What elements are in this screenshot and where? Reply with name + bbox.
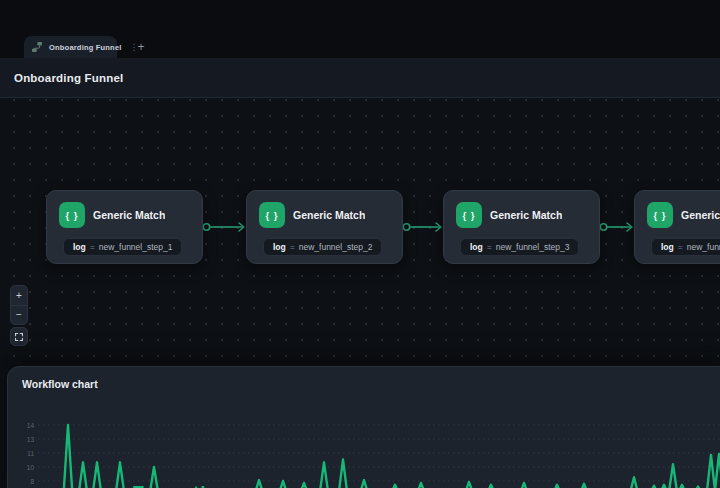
condition-value: new_funnel_step_3 (496, 242, 570, 252)
chart-clipped-label: Executions (132, 482, 243, 488)
node-title: Generic Match (293, 209, 365, 221)
condition-operator: = (678, 242, 683, 252)
svg-text:8: 8 (30, 478, 34, 485)
condition-value: new_funnel_step_1 (99, 242, 173, 252)
zoom-in-button[interactable]: + (11, 286, 27, 305)
workflow-chart: 141311108 (8, 367, 720, 488)
tab-bar: Onboarding Funnel ⋮ + (0, 0, 720, 58)
fit-view-button[interactable] (11, 328, 27, 345)
svg-text:13: 13 (27, 436, 35, 443)
zoom-out-button[interactable]: − (11, 305, 27, 324)
new-tab-button[interactable]: + (133, 39, 149, 55)
node-title: Generic Match (490, 209, 562, 221)
fit-view-control (10, 327, 28, 346)
workflow-node[interactable]: { } Generic Match log=new_funnel_step_2 (246, 190, 403, 264)
condition-field: log (470, 242, 483, 252)
fit-view-icon (14, 332, 24, 342)
zoom-controls: + − (10, 285, 28, 325)
braces-icon: { } (259, 202, 285, 228)
workflow-node[interactable]: { } Generic Match log=new_funnel_step_1 (46, 190, 203, 264)
tab-onboarding-funnel[interactable]: Onboarding Funnel ⋮ (24, 36, 117, 58)
node-title: Generic Match (93, 209, 165, 221)
node-log-condition[interactable]: log=new_funnel_step_2 (263, 238, 382, 256)
condition-operator: = (487, 242, 492, 252)
braces-icon: { } (59, 202, 85, 228)
workflow-icon (31, 41, 43, 53)
braces-icon: { } (456, 202, 482, 228)
node-log-condition[interactable]: log=new_funnel_step_3 (460, 238, 579, 256)
node-header: { } Generic Match (247, 191, 402, 228)
svg-text:11: 11 (27, 450, 34, 457)
condition-operator: = (290, 242, 295, 252)
condition-value: new_funnel_step_4 (687, 242, 720, 252)
node-title: Generic Match (681, 209, 720, 221)
node-log-condition[interactable]: log=new_funnel_step_4 (651, 238, 720, 256)
page-header: Onboarding Funnel (0, 58, 720, 98)
condition-value: new_funnel_step_2 (299, 242, 373, 252)
condition-field: log (73, 242, 86, 252)
workflow-node[interactable]: { } Generic Match log=new_funnel_step_4 (634, 190, 720, 264)
chart-title: Workflow chart (22, 378, 98, 390)
tab-label: Onboarding Funnel (49, 43, 122, 52)
condition-operator: = (90, 242, 95, 252)
workflow-node[interactable]: { } Generic Match log=new_funnel_step_3 (443, 190, 600, 264)
node-header: { } Generic Match (444, 191, 599, 228)
condition-field: log (661, 242, 674, 252)
node-header: { } Generic Match (47, 191, 202, 228)
page-title: Onboarding Funnel (14, 72, 123, 84)
condition-field: log (273, 242, 286, 252)
node-log-condition[interactable]: log=new_funnel_step_1 (63, 238, 182, 256)
svg-text:10: 10 (27, 464, 35, 471)
braces-icon: { } (647, 202, 673, 228)
node-header: { } Generic Match (635, 191, 720, 228)
svg-text:14: 14 (27, 422, 35, 429)
workflow-chart-panel: 141311108 Workflow chart Executions (7, 366, 720, 488)
